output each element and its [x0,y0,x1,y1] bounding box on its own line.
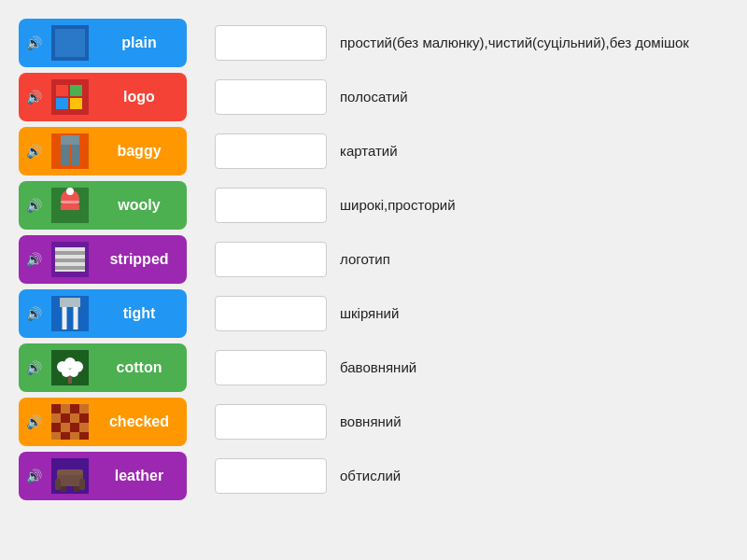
main-container: 🔊 plain 🔊 [19,19,728,500]
svg-point-14 [66,188,74,195]
right-panel: простий(без малюнку),чистий(суцільний),б… [215,19,728,500]
svg-rect-20 [55,266,85,270]
svg-rect-10 [71,145,79,165]
match-input-8[interactable] [215,458,327,494]
thumb-plain [49,19,92,67]
match-row-3: широкі,просторий [215,181,728,230]
svg-rect-6 [70,98,82,109]
match-input-2[interactable] [215,133,327,169]
card-checked[interactable]: 🔊 [19,398,187,446]
svg-point-30 [69,368,78,377]
svg-rect-47 [70,432,79,440]
card-wooly[interactable]: 🔊 wooly [19,181,187,230]
card-tight[interactable]: 🔊 tight [19,289,187,338]
sound-btn-leather[interactable]: 🔊 [19,452,49,500]
sound-btn-cotton[interactable]: 🔊 [19,343,49,392]
sound-btn-logo[interactable]: 🔊 [19,73,49,121]
match-text-4: логотип [340,250,390,269]
svg-rect-43 [70,423,79,432]
match-input-4[interactable] [215,242,327,277]
match-input-3[interactable] [215,188,327,223]
label-cotton: cotton [92,359,187,376]
match-input-7[interactable] [215,404,327,440]
svg-rect-55 [74,486,79,492]
svg-rect-31 [68,376,72,384]
sound-icon-leather: 🔊 [26,469,42,483]
card-baggy[interactable]: 🔊 baggy [19,127,187,175]
svg-rect-42 [61,423,70,432]
thumb-leather [49,452,92,500]
match-text-5: шкіряний [340,304,399,323]
svg-rect-54 [61,486,66,492]
svg-rect-2 [51,79,89,115]
svg-rect-38 [61,413,70,423]
sound-icon-checked: 🔊 [26,414,42,429]
svg-rect-3 [56,85,68,96]
svg-rect-34 [61,404,70,413]
thumb-cotton [49,343,92,392]
match-input-1[interactable] [215,79,327,115]
sound-btn-tight[interactable]: 🔊 [19,289,49,338]
match-row-5: шкіряний [215,289,728,338]
card-leather[interactable]: 🔊 leather [19,452,187,500]
sound-icon-stripped: 🔊 [26,252,42,267]
svg-rect-44 [79,423,89,432]
match-row-2: картатий [215,127,728,175]
sound-btn-stripped[interactable]: 🔊 [19,235,49,284]
svg-rect-5 [56,98,68,109]
card-logo[interactable]: 🔊 logo [19,73,187,121]
svg-rect-4 [70,85,82,96]
sound-btn-wooly[interactable]: 🔊 [19,181,49,230]
match-input-0[interactable] [215,25,327,61]
thumb-checked [49,398,92,446]
sound-btn-baggy[interactable]: 🔊 [19,127,49,175]
match-row-6: бавовняний [215,343,728,392]
svg-rect-15 [61,201,79,203]
sound-icon-cotton: 🔊 [26,360,42,375]
label-logo: logo [92,89,187,105]
svg-rect-13 [61,204,79,210]
match-text-2: картатий [340,142,398,161]
svg-rect-40 [79,413,89,423]
match-input-6[interactable] [215,350,327,385]
svg-rect-52 [79,479,85,490]
svg-rect-9 [61,145,69,165]
thumb-logo [49,73,92,121]
svg-rect-35 [70,404,79,413]
match-text-3: широкі,просторий [340,196,456,215]
svg-rect-8 [61,135,79,145]
label-leather: leather [92,468,187,484]
sound-icon-tight: 🔊 [26,306,42,321]
svg-rect-36 [79,404,89,413]
label-plain: plain [92,35,187,51]
svg-rect-45 [51,432,61,440]
svg-rect-48 [79,432,89,440]
svg-rect-39 [70,413,79,423]
label-checked: checked [92,413,187,430]
card-stripped[interactable]: 🔊 stripped [19,235,187,284]
svg-rect-37 [51,413,61,423]
sound-btn-plain[interactable]: 🔊 [19,19,49,67]
sound-btn-checked[interactable]: 🔊 [19,398,49,446]
svg-rect-41 [51,423,61,432]
match-row-1: полосатий [215,73,728,121]
svg-rect-1 [55,29,85,57]
match-row-0: простий(без малюнку),чистий(суцільний),б… [215,19,728,67]
thumb-tight [49,289,92,338]
match-row-8: обтислий [215,452,728,500]
sound-icon-baggy: 🔊 [26,144,42,159]
svg-rect-46 [61,432,70,440]
label-tight: tight [92,305,187,322]
match-row-4: логотип [215,235,728,284]
card-cotton[interactable]: 🔊 cotton [19,343,187,392]
match-text-0: простий(без малюнку),чистий(суцільний),б… [340,34,689,52]
svg-rect-33 [51,404,61,413]
label-baggy: baggy [92,143,187,160]
svg-rect-18 [55,251,85,255]
svg-rect-19 [55,259,85,262]
card-plain[interactable]: 🔊 plain [19,19,187,67]
match-input-5[interactable] [215,296,327,331]
match-row-7: вовняний [215,398,728,446]
thumb-wooly [49,181,92,230]
sound-icon-logo: 🔊 [26,90,42,105]
